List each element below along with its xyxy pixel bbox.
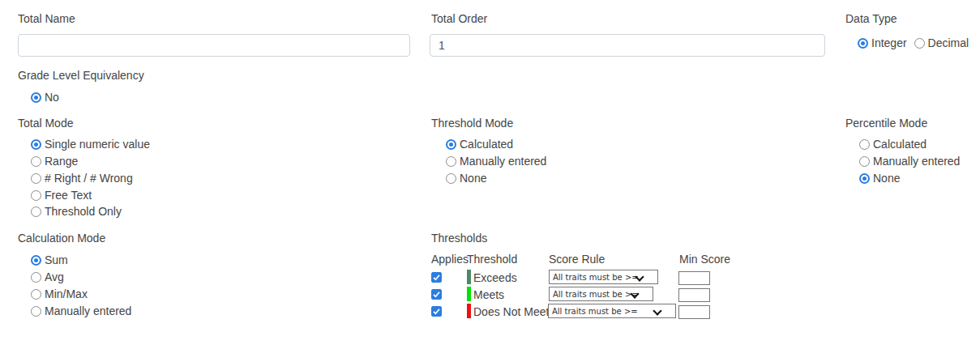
calculation-mode-option-manually-entered[interactable]: Manually entered	[31, 304, 131, 317]
radio-label: None	[460, 172, 486, 185]
score-rule-selected-value: All traits must be >=	[553, 290, 639, 299]
radio-label: Manually entered	[873, 155, 960, 168]
threshold-name-meets: Meets	[473, 288, 504, 301]
total-mode-option-single-numeric-value[interactable]: Single numeric value	[31, 138, 150, 151]
threshold-mode-label: Threshold Mode	[431, 117, 513, 130]
score-rule-select-does-not-meet[interactable]: All traits must be >=	[548, 304, 676, 318]
radio-button[interactable]	[31, 173, 41, 184]
radio-button[interactable]	[914, 38, 925, 49]
calculation-mode-option-min-max[interactable]: Min/Max	[31, 287, 88, 300]
total-settings-form: Total Name Total Order Data Type Integer…	[0, 0, 980, 349]
radio-label: Avg	[45, 270, 64, 283]
percentile-mode-option-calculated[interactable]: Calculated	[859, 138, 927, 151]
radio-dot	[861, 41, 865, 45]
threshold-color-bar-meets	[467, 287, 471, 301]
radio-label: Calculated	[873, 138, 927, 151]
radio-label: Calculated	[460, 138, 513, 151]
total-mode-option-free-text[interactable]: Free Text	[31, 189, 92, 202]
radio-label: Threshold Only	[45, 205, 122, 218]
radio-button[interactable]	[31, 255, 41, 266]
radio-label: Min/Max	[45, 287, 88, 300]
radio-label: Free Text	[45, 189, 92, 202]
grade-level-equivalency-label: Grade Level Equivalency	[18, 70, 144, 82]
radio-label: Range	[45, 155, 78, 168]
total-mode-option-range[interactable]: Range	[31, 155, 78, 168]
radio-button[interactable]	[31, 289, 41, 300]
min-score-input-exceeds[interactable]	[678, 271, 710, 285]
radio-dot	[862, 177, 867, 181]
score-rule-selected-value: All traits must be >=	[553, 273, 639, 282]
threshold-color-bar-exceeds	[467, 270, 471, 284]
threshold-name-does-not-meet: Does Not Meet	[473, 305, 549, 318]
threshold-color-bar-does-not-meet	[467, 304, 471, 318]
radio-button[interactable]	[31, 92, 41, 103]
radio-label: Decimal	[928, 36, 969, 49]
radio-label: Single numeric value	[45, 138, 150, 151]
total-name-label: Total Name	[18, 13, 75, 25]
radio-dot	[34, 258, 38, 262]
radio-label: Sum	[45, 253, 68, 266]
radio-dot	[34, 143, 38, 147]
total-order-label: Total Order	[431, 13, 487, 25]
score-rule-select-exceeds[interactable]: All traits must be >=	[549, 270, 658, 284]
data-type-radio-group: Integer Decimal	[858, 36, 969, 49]
percentile-mode-option-manually-entered[interactable]: Manually entered	[859, 155, 960, 168]
calculation-mode-label: Calculation Mode	[18, 232, 105, 245]
radio-button[interactable]	[31, 156, 41, 167]
data-type-label: Data Type	[845, 13, 897, 25]
threshold-mode-option-manually-entered[interactable]: Manually entered	[446, 155, 546, 168]
threshold-name-exceeds: Exceeds	[473, 271, 517, 284]
radio-label: Manually entered	[45, 304, 131, 317]
radio-button[interactable]	[31, 190, 41, 201]
column-header-min-score: Min Score	[679, 253, 730, 266]
radio-label: Manually entered	[460, 155, 546, 168]
check-icon	[432, 273, 441, 282]
radio-button[interactable]	[859, 173, 870, 184]
min-score-input-meets[interactable]	[678, 288, 710, 302]
total-order-input[interactable]	[430, 34, 825, 57]
percentile-mode-label: Percentile Mode	[845, 117, 927, 130]
radio-button[interactable]	[858, 38, 868, 49]
radio-button[interactable]	[31, 206, 41, 217]
radio-button[interactable]	[446, 156, 456, 167]
applies-checkbox-meets[interactable]	[431, 289, 442, 300]
radio-button[interactable]	[446, 139, 456, 150]
min-score-input-does-not-meet[interactable]	[678, 305, 710, 319]
radio-button[interactable]	[446, 173, 456, 184]
radio-dot	[34, 96, 38, 100]
score-rule-select-meets[interactable]: All traits must be >=	[549, 287, 653, 301]
radio-label: No	[45, 91, 59, 104]
check-icon	[432, 307, 441, 316]
percentile-mode-option-none[interactable]: None	[859, 172, 900, 185]
calculation-mode-option-sum[interactable]: Sum	[31, 253, 68, 266]
total-name-input[interactable]	[18, 34, 410, 57]
total-mode-option-right-wrong[interactable]: # Right / # Wrong	[31, 172, 133, 185]
radio-label: # Right / # Wrong	[45, 172, 133, 185]
applies-checkbox-does-not-meet[interactable]	[431, 306, 442, 317]
check-icon	[432, 290, 441, 299]
column-header-applies: Applies	[431, 253, 469, 266]
radio-label: Integer	[871, 36, 907, 49]
score-rule-selected-value: All traits must be >=	[552, 307, 638, 316]
radio-button[interactable]	[31, 306, 41, 317]
chevron-down-icon	[653, 306, 661, 315]
threshold-mode-option-none[interactable]: None	[446, 172, 486, 185]
thresholds-label: Thresholds	[431, 232, 487, 245]
data-type-option-integer[interactable]: Integer	[858, 36, 907, 49]
column-header-score-rule: Score Rule	[549, 253, 605, 266]
total-mode-option-threshold-only[interactable]: Threshold Only	[31, 205, 122, 218]
radio-button[interactable]	[859, 156, 870, 167]
threshold-mode-option-calculated[interactable]: Calculated	[446, 138, 513, 151]
grade-level-equivalency-option-no[interactable]: No	[31, 91, 59, 104]
radio-button[interactable]	[31, 272, 41, 283]
radio-button[interactable]	[859, 139, 870, 150]
column-header-threshold: Threshold	[467, 253, 517, 266]
applies-checkbox-exceeds[interactable]	[431, 272, 442, 283]
total-mode-label: Total Mode	[18, 117, 73, 130]
data-type-option-decimal[interactable]: Decimal	[914, 36, 969, 49]
radio-label: None	[873, 172, 900, 185]
radio-dot	[449, 143, 453, 147]
radio-button[interactable]	[31, 139, 41, 150]
calculation-mode-option-avg[interactable]: Avg	[31, 270, 64, 283]
